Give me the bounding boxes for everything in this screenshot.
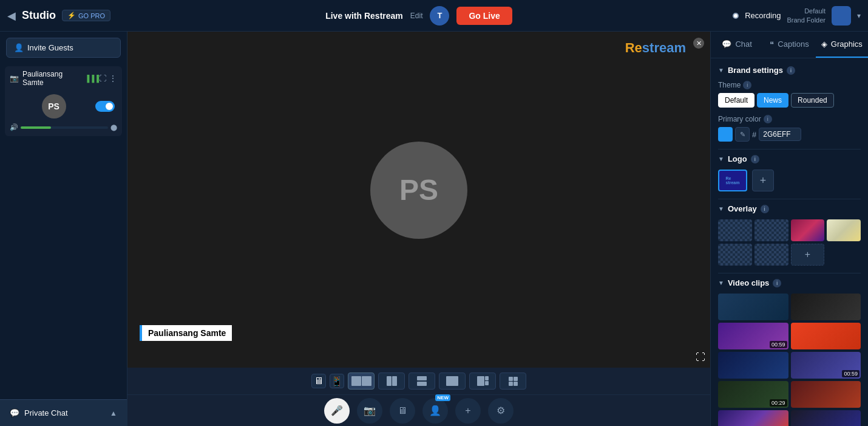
layout-2-button[interactable] — [378, 373, 405, 390]
guest-avatar: PS — [42, 94, 66, 119]
overlay-add-button[interactable]: + — [791, 244, 825, 266]
duration-3: 00:59 — [770, 341, 787, 348]
layout-6-button[interactable] — [500, 373, 526, 390]
audio-fill — [21, 126, 51, 129]
logo-chevron[interactable]: ▼ — [718, 156, 724, 162]
brand-folder-button[interactable] — [832, 6, 851, 26]
guest-toggle[interactable] — [95, 101, 115, 112]
camera-icon: 📷 — [10, 74, 19, 83]
brand-folder-label: Brand Folder — [787, 16, 826, 24]
video-clips-header: ▼ Video clips i — [718, 278, 861, 287]
tab-chat[interactable]: 💬 Chat — [711, 32, 763, 58]
layout-bar: 🖥 📱 — [127, 368, 710, 394]
overlay-2[interactable] — [754, 219, 788, 241]
private-chat-bar[interactable]: 💬 Private Chat ▲ — [0, 399, 127, 426]
theme-rounded-button[interactable]: Rounded — [791, 93, 834, 108]
logo-thumbnail[interactable]: Restream — [718, 170, 747, 191]
more-options-icon[interactable]: ⋮ — [109, 74, 117, 83]
name-label: Pauliansang Samte — [140, 325, 232, 341]
watermark-stream: stream — [642, 40, 686, 55]
hash-symbol: # — [752, 130, 756, 139]
tab-graphics[interactable]: ◈ Graphics — [816, 32, 868, 58]
guest-item: 📷 Pauliansang Samte ▐▐▐ ⛶ ⋮ PS 🔊 ⬤ — [5, 66, 122, 136]
overlay-4[interactable] — [827, 219, 861, 241]
overlay-6[interactable] — [754, 244, 788, 266]
close-watermark-button[interactable]: ✕ — [693, 38, 704, 49]
video-clips-info[interactable]: i — [773, 279, 781, 287]
overlay-chevron[interactable]: ▼ — [718, 205, 724, 212]
microphone-button[interactable]: 🎤 — [324, 398, 350, 424]
add-logo-button[interactable]: + — [752, 170, 774, 191]
video-clip-1[interactable] — [718, 294, 788, 320]
brand-settings-chevron[interactable]: ▼ — [718, 67, 724, 74]
theme-news-button[interactable]: News — [757, 93, 788, 108]
gopro-badge[interactable]: ⚡ GO PRO — [62, 10, 110, 21]
layout-5-button[interactable] — [469, 373, 496, 390]
color-hex-input[interactable] — [759, 128, 801, 141]
overlay-info[interactable]: i — [761, 205, 769, 213]
recording-indicator — [733, 13, 739, 19]
guest-name-row: 📷 Pauliansang Samte ▐▐▐ — [10, 70, 99, 87]
theme-default-button[interactable]: Default — [718, 93, 754, 108]
video-clip-4[interactable] — [791, 323, 861, 349]
logo-text: Restream — [726, 176, 740, 185]
divider-2 — [718, 199, 861, 199]
edit-button[interactable]: Edit — [410, 12, 423, 20]
topbar-right: Recording Default Brand Folder ▾ — [703, 6, 861, 26]
video-clip-2[interactable] — [791, 294, 861, 320]
overlay-3[interactable] — [791, 219, 825, 241]
theme-info[interactable]: i — [743, 81, 751, 89]
topbar-center: Live with Restream Edit T Go Live — [135, 6, 703, 26]
private-chat-label: Private Chat — [24, 408, 68, 417]
camera-off-button[interactable]: 📷 — [357, 398, 382, 424]
settings-button[interactable]: ⚙ — [488, 398, 514, 424]
video-clip-6[interactable]: 00:59 — [791, 352, 861, 379]
video-clip-8[interactable] — [791, 381, 861, 408]
brand-folder-info: Default Brand Folder — [787, 7, 826, 24]
logo-title: Logo — [728, 154, 747, 163]
desktop-view-button[interactable]: 🖥 — [311, 374, 326, 388]
chat-tab-icon: 💬 — [722, 40, 731, 49]
invite-label: Invite Guests — [27, 43, 73, 52]
canvas-bg: Restream ✕ PS Pauliansang Samte ⛶ — [127, 32, 710, 368]
logo-info[interactable]: i — [751, 155, 759, 163]
overlay-5[interactable] — [718, 244, 752, 266]
layout-3-button[interactable] — [409, 373, 435, 390]
video-clips-title: Video clips — [728, 278, 769, 287]
video-clip-10[interactable] — [791, 410, 861, 426]
watermark: Restream — [625, 40, 686, 56]
color-swatch[interactable] — [718, 127, 733, 142]
private-chat-chevron: ▲ — [110, 409, 117, 417]
add-person-button[interactable]: 👤 — [422, 398, 448, 424]
audio-progress — [21, 126, 108, 129]
expand-button[interactable]: ▾ — [857, 12, 861, 20]
back-button[interactable]: ◀ — [7, 9, 16, 22]
overlay-1[interactable] — [718, 219, 752, 241]
video-clips-grid: 00:59 00:59 00:29 00:38 — [718, 294, 861, 426]
color-info[interactable]: i — [764, 115, 772, 123]
expand-guest-icon[interactable]: ⛶ — [99, 74, 106, 83]
signal-icon: ▐▐▐ — [85, 75, 99, 82]
guest-name: Pauliansang Samte — [22, 70, 81, 87]
fullscreen-button[interactable]: ⛶ — [696, 352, 705, 363]
brand-settings-info[interactable]: i — [787, 66, 795, 75]
video-clip-9[interactable]: 00:38 — [718, 410, 788, 426]
video-clip-3[interactable]: 00:59 — [718, 323, 788, 349]
video-clip-7[interactable]: 00:29 — [718, 381, 788, 408]
add-source-button[interactable]: + — [455, 398, 481, 424]
mobile-view-button[interactable]: 📱 — [330, 374, 344, 388]
video-clips-chevron[interactable]: ▼ — [718, 280, 724, 286]
tab-captions[interactable]: ❝ Captions — [763, 32, 815, 58]
audio-knob[interactable]: ⬤ — [110, 124, 117, 131]
logo-row: Restream + — [718, 170, 861, 191]
go-live-button[interactable]: Go Live — [456, 7, 512, 25]
audio-icon: 🔊 — [10, 123, 18, 131]
invite-guests-button[interactable]: 👤 Invite Guests — [6, 38, 121, 58]
screen-share-button[interactable]: 🖥 — [390, 398, 415, 424]
brand-settings-title: Brand settings — [728, 66, 783, 75]
layout-1-button[interactable] — [348, 373, 375, 390]
right-panel: 💬 Chat ❝ Captions ◈ Graphics ▼ Brand set… — [710, 32, 868, 426]
layout-4-button[interactable] — [439, 373, 466, 390]
color-edit-button[interactable]: ✎ — [735, 127, 750, 142]
video-clip-5[interactable] — [718, 352, 788, 379]
